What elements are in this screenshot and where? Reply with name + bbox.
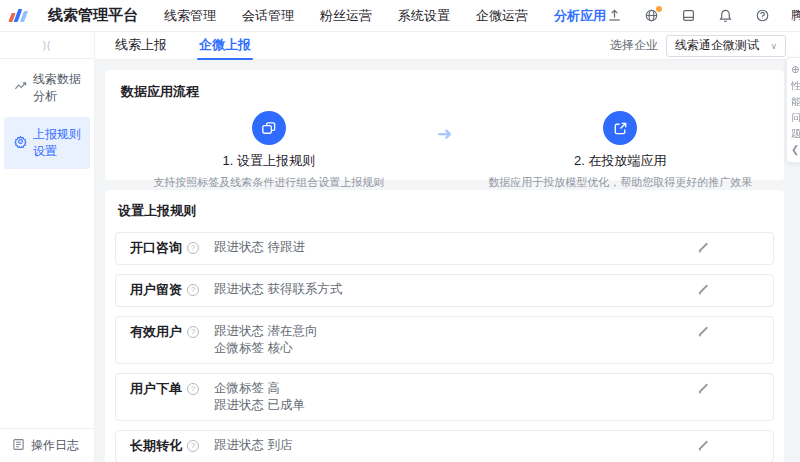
rule-row-yonghu-xiadan: 用户下单 ? 企微标签 高 跟进状态 已成单	[115, 373, 774, 421]
data-apply-flow-card: 数据应用流程 1. 设置上报规则 支持按照标签及线索条件进行组合设置上报规则 ➜	[105, 70, 784, 180]
rule-row-changqi-zhuanhua: 长期转化 ? 跟进状态 到店	[115, 430, 774, 462]
info-icon[interactable]: ?	[187, 440, 199, 452]
tab-wecom-report[interactable]: 企微上报	[197, 31, 253, 60]
rule-row-kaikou-zixun: 开口咨询 ? 跟进状态 待跟进	[115, 232, 774, 265]
top-nav: 线索管理 会话管理 粉丝运营 系统设置 企微运营 分析应用	[164, 7, 606, 25]
nav-item-wecom-ops[interactable]: 企微运营	[476, 7, 528, 25]
gear-icon	[14, 135, 27, 151]
enterprise-select-label: 选择企业	[610, 37, 658, 54]
nav-item-session-mgmt[interactable]: 会话管理	[242, 7, 294, 25]
rules-card-title: 设置上报规则	[115, 202, 774, 220]
top-header: 线索管理平台 线索管理 会话管理 粉丝运营 系统设置 企微运营 分析应用	[0, 0, 800, 32]
nav-item-lead-mgmt[interactable]: 线索管理	[164, 7, 216, 25]
info-icon[interactable]: ?	[187, 383, 199, 395]
apply-icon	[603, 111, 637, 145]
info-icon[interactable]: ?	[187, 242, 199, 254]
flow-card-title: 数据应用流程	[121, 83, 768, 101]
rule-condition: 跟进状态 潜在意向	[214, 323, 696, 340]
floating-side-panel[interactable]: ⊕ 性 能 问 题 ❮	[786, 57, 800, 163]
rule-name: 开口咨询	[130, 239, 182, 256]
collapse-icon: )(	[43, 40, 52, 51]
edit-icon[interactable]	[696, 381, 709, 399]
sidebar-collapse-button[interactable]: )(	[0, 32, 94, 59]
report-rules-card: 设置上报规则 开口咨询 ? 跟进状态 待跟进	[105, 190, 784, 462]
rule-name: 有效用户	[130, 323, 182, 340]
sidebar-item-operation-log[interactable]: 操作日志	[0, 428, 94, 462]
edit-icon[interactable]	[696, 240, 709, 258]
enterprise-select-value: 线索通企微测试	[675, 37, 759, 54]
float-widget-item[interactable]: 性	[789, 78, 800, 94]
rule-condition: 企微标签 高	[214, 380, 696, 397]
nav-item-analysis-apps[interactable]: 分析应用	[554, 7, 606, 25]
rule-condition: 跟进状态 获得联系方式	[214, 281, 696, 298]
rule-row-youxiao-yonghu: 有效用户 ? 跟进状态 潜在意向 企微标签 核心	[115, 316, 774, 364]
company-name: 腾讯科技(北京)有限公司	[791, 7, 800, 24]
tab-bar: 线索上报 企微上报 选择企业 线索通企微测试 ∨	[95, 32, 800, 60]
flow-step-title: 2. 在投放端应用	[473, 152, 769, 170]
flow-step-desc: 数据应用于投放模型优化，帮助您取得更好的推广效果	[473, 175, 769, 190]
float-widget-item[interactable]: ⊕	[789, 62, 800, 78]
flow-step-2: 2. 在投放端应用 数据应用于投放模型优化，帮助您取得更好的推广效果	[473, 111, 769, 190]
main-content: 数据应用流程 1. 设置上报规则 支持按照标签及线索条件进行组合设置上报规则 ➜	[95, 60, 800, 462]
flow-step-title: 1. 设置上报规则	[121, 152, 417, 170]
info-icon[interactable]: ?	[187, 284, 199, 296]
nav-item-system-settings[interactable]: 系统设置	[398, 7, 450, 25]
app-title: 线索管理平台	[48, 6, 138, 25]
bell-icon[interactable]	[717, 8, 733, 24]
company-switcher[interactable]: 腾讯科技(北京)有限公司 ▾	[791, 7, 800, 24]
rule-name: 用户留资	[130, 281, 182, 298]
float-widget-item[interactable]: 题	[789, 126, 800, 142]
sidebar-footer-label: 操作日志	[31, 437, 79, 454]
upload-icon[interactable]	[606, 8, 622, 24]
float-widget-item[interactable]: 能	[789, 94, 800, 110]
sidebar-item-label: 上报规则设置	[33, 126, 90, 160]
edit-icon[interactable]	[696, 438, 709, 456]
rule-row-yonghu-liuzi: 用户留资 ? 跟进状态 获得联系方式	[115, 274, 774, 307]
info-icon[interactable]: ?	[187, 326, 199, 338]
globe-icon[interactable]	[643, 8, 659, 24]
sidebar: )( 线索数据分析 上报规则设置	[0, 32, 95, 462]
sidebar-item-report-rule-settings[interactable]: 上报规则设置	[4, 117, 90, 169]
rule-name: 用户下单	[130, 380, 182, 397]
arrow-right-icon: ➜	[417, 111, 473, 145]
edit-icon[interactable]	[696, 282, 709, 300]
enterprise-select[interactable]: 线索通企微测试 ∨	[666, 35, 786, 57]
rule-condition: 跟进状态 已成单	[214, 397, 696, 414]
help-icon[interactable]	[754, 8, 770, 24]
log-icon	[12, 438, 25, 454]
app-logo-icon	[10, 9, 26, 22]
rules-icon	[252, 111, 286, 145]
float-widget-item[interactable]: 问	[789, 110, 800, 126]
rule-condition: 跟进状态 到店	[214, 437, 696, 454]
flow-step-desc: 支持按照标签及线索条件进行组合设置上报规则	[121, 175, 417, 190]
float-widget-item[interactable]: ❮	[789, 142, 800, 158]
rule-condition: 企微标签 核心	[214, 340, 696, 357]
chevron-down-icon: ∨	[770, 41, 777, 51]
flow-step-1: 1. 设置上报规则 支持按照标签及线索条件进行组合设置上报规则	[121, 111, 417, 190]
rule-name: 长期转化	[130, 437, 182, 454]
chart-icon	[14, 80, 27, 96]
sidebar-item-label: 线索数据分析	[33, 71, 90, 105]
notification-dot	[656, 6, 662, 12]
nav-item-fans-ops[interactable]: 粉丝运营	[320, 7, 372, 25]
sidebar-item-lead-data-analysis[interactable]: 线索数据分析	[4, 62, 90, 114]
workbench-icon[interactable]	[680, 8, 696, 24]
edit-icon[interactable]	[696, 324, 709, 342]
rule-condition: 跟进状态 待跟进	[214, 239, 696, 256]
tab-lead-report[interactable]: 线索上报	[113, 31, 169, 60]
